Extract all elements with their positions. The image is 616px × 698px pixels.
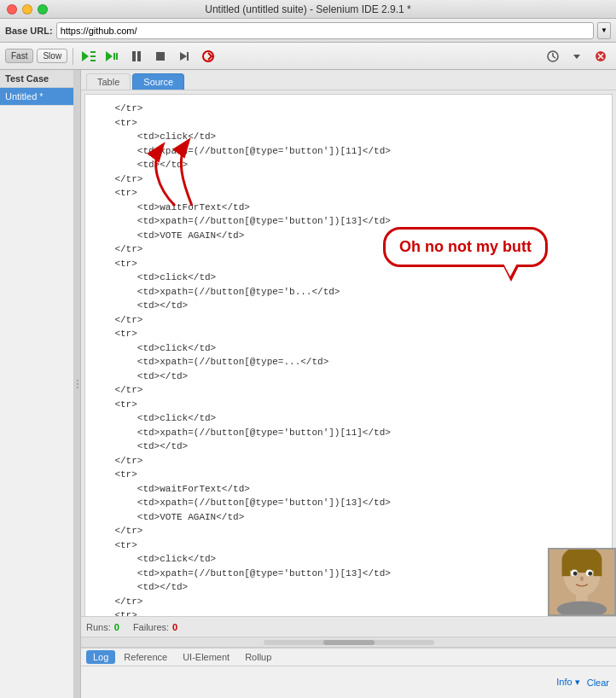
- scroll-track[interactable]: [264, 640, 434, 645]
- sidebar-item-untitled[interactable]: Untitled *: [0, 88, 73, 106]
- svg-rect-24: [594, 560, 602, 576]
- code-line: <td>xpath=(//button[@type='button'])[11]…: [92, 426, 605, 440]
- runs-value: 0: [114, 622, 119, 632]
- sidebar-header: Test Case: [0, 70, 73, 88]
- code-line: <tr>: [92, 186, 605, 201]
- bottom-tab-rollup[interactable]: Rollup: [238, 650, 278, 664]
- bottom-tabs: Log Reference UI-Element Rollup: [81, 649, 616, 666]
- close-ide-icon: [595, 50, 607, 62]
- code-line: <td>xpath=(//button[@type='button'])[11]…: [92, 144, 605, 159]
- code-line: <tr>: [92, 468, 605, 482]
- code-line: <tr>: [92, 608, 605, 616]
- tab-table[interactable]: Table: [86, 73, 131, 90]
- editor-area: Table Source </tr> <tr> <td>click</td> <…: [81, 70, 616, 698]
- failures-label: Failures:: [133, 622, 169, 632]
- rollup-button[interactable]: [198, 46, 218, 67]
- run-button[interactable]: [102, 46, 123, 67]
- runs-stat: Runs: 0: [86, 622, 119, 632]
- maximize-button[interactable]: [38, 4, 48, 15]
- run-all-button[interactable]: [78, 46, 99, 67]
- pause-button[interactable]: [126, 46, 147, 67]
- code-line: </tr>: [92, 383, 605, 398]
- editor-tabs: Table Source: [81, 70, 616, 90]
- code-line: <td></td>: [92, 580, 605, 595]
- stop-button[interactable]: [150, 46, 171, 67]
- history-button[interactable]: [543, 46, 563, 67]
- code-line: <td>click</td>: [92, 341, 605, 356]
- code-line: <tr>: [92, 327, 605, 341]
- dropdown-button[interactable]: [567, 46, 587, 67]
- rollup-icon: [201, 49, 215, 63]
- url-dropdown-button[interactable]: ▼: [597, 22, 611, 39]
- sidebar-resize-handle[interactable]: [74, 70, 81, 698]
- run-icon: [104, 49, 121, 63]
- bottom-panel: Log Reference UI-Element Rollup Info ▾ C…: [81, 647, 616, 698]
- scroll-thumb[interactable]: [323, 640, 375, 645]
- resize-dots: [77, 380, 78, 388]
- code-line: </tr>: [92, 102, 605, 116]
- svg-marker-10: [180, 52, 187, 61]
- scroll-indicator[interactable]: [81, 637, 616, 647]
- code-line: <td>xpath=(//button[@type='button'])[13]…: [92, 567, 605, 581]
- code-line: <td></td>: [92, 158, 605, 172]
- code-line: <tr>: [92, 398, 605, 412]
- code-line: <td></td>: [92, 369, 605, 384]
- dropdown-icon: [572, 51, 582, 61]
- svg-marker-16: [573, 55, 580, 59]
- svg-rect-8: [137, 51, 141, 61]
- window-controls[interactable]: [7, 4, 48, 15]
- info-button[interactable]: Info ▾: [556, 677, 579, 688]
- fast-button[interactable]: Fast: [5, 49, 33, 63]
- svg-rect-23: [562, 560, 571, 576]
- code-line: <td>xpath=(//button[@type='button'])[13]…: [92, 496, 605, 510]
- code-line: <td>xpath=(//button[@type='b...</td>: [92, 285, 605, 300]
- code-line: <td>click</td>: [92, 552, 605, 567]
- failures-value: 0: [172, 622, 177, 632]
- code-line: <td></td>: [92, 299, 605, 313]
- close-ide-button[interactable]: [590, 46, 611, 67]
- speech-bubble-container: Oh no not my butt: [383, 227, 548, 267]
- base-url-bar: Base URL: ▼: [0, 19, 616, 43]
- bottom-content: Info ▾ Clear: [81, 666, 616, 698]
- title-bar: Untitled (untitled suite) - Selenium IDE…: [0, 0, 616, 19]
- close-button[interactable]: [7, 4, 17, 15]
- svg-marker-4: [106, 51, 113, 61]
- code-line: <td>click</td>: [92, 411, 605, 426]
- code-editor[interactable]: </tr> <tr> <td>click</td> <td>xpath=(//b…: [84, 94, 613, 616]
- code-line: </tr>: [92, 313, 605, 328]
- code-line: <td>waitForText</td>: [92, 201, 605, 215]
- code-line: <td>click</td>: [92, 130, 605, 144]
- code-line: </tr>: [92, 454, 605, 468]
- svg-rect-7: [132, 51, 136, 61]
- svg-point-28: [588, 572, 592, 576]
- code-line: <td>xpath=(//button[@type=...</td>: [92, 355, 605, 369]
- main-content: Test Case Untitled * Table Source </tr> …: [0, 70, 616, 698]
- bottom-tab-log[interactable]: Log: [86, 650, 115, 664]
- code-line: </tr>: [92, 172, 605, 187]
- clear-button[interactable]: Clear: [587, 678, 609, 688]
- person-image: [548, 548, 616, 616]
- svg-marker-0: [82, 51, 89, 61]
- code-line: <td></td>: [92, 439, 605, 454]
- tab-source[interactable]: Source: [132, 73, 184, 90]
- bottom-tab-reference[interactable]: Reference: [117, 650, 174, 664]
- svg-line-15: [553, 56, 555, 58]
- sidebar: Test Case Untitled *: [0, 70, 74, 698]
- slow-button[interactable]: Slow: [37, 49, 67, 63]
- stats-bar: Runs: 0 Failures: 0: [81, 616, 616, 637]
- code-line: </tr>: [92, 524, 605, 538]
- toolbar-separator-1: [73, 48, 73, 65]
- speech-bubble: Oh no not my butt: [383, 227, 548, 267]
- svg-rect-9: [156, 52, 165, 61]
- base-url-input[interactable]: [56, 22, 594, 39]
- code-line: </tr>: [92, 595, 605, 609]
- person-svg: [549, 549, 614, 615]
- run-all-icon: [80, 49, 97, 63]
- code-line: <tr>: [92, 538, 605, 553]
- bottom-tab-ui-element[interactable]: UI-Element: [176, 650, 236, 664]
- code-line: <td>click</td>: [92, 270, 605, 285]
- minimize-button[interactable]: [22, 4, 32, 15]
- svg-point-29: [580, 576, 584, 581]
- step-button[interactable]: [174, 46, 195, 67]
- svg-point-27: [573, 572, 578, 576]
